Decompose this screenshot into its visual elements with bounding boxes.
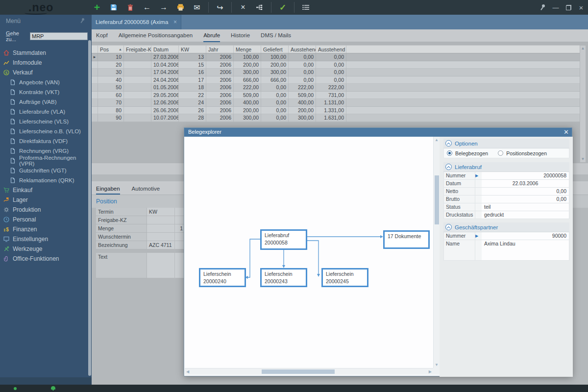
- field-value-2[interactable]: [175, 233, 184, 241]
- column-header-pos[interactable]: Pos▲: [98, 46, 124, 53]
- scroll-down-icon[interactable]: ▼: [581, 156, 585, 162]
- pin-icon[interactable]: [80, 18, 86, 24]
- sidebar-item-gutschriften-vgt[interactable]: Gutschriften (VGT): [0, 166, 92, 175]
- tab-dms-mails[interactable]: DMS / Mails: [261, 29, 291, 42]
- scroll-down-icon[interactable]: ▼: [434, 363, 440, 367]
- collapse-chevron-icon[interactable]: [445, 164, 452, 170]
- column-header-kw[interactable]: KW: [179, 46, 206, 53]
- cancel-icon[interactable]: ×: [236, 1, 250, 14]
- sidebar-item-reklamationen-qrk[interactable]: Reklamationen (QRK): [0, 175, 92, 185]
- scroll-up-icon[interactable]: ▲: [581, 46, 585, 51]
- field-value[interactable]: [147, 233, 175, 241]
- tab-eingaben[interactable]: Eingaben: [96, 186, 120, 195]
- document-tab[interactable]: Lieferabruf 20000058 (Axima L... ×: [92, 15, 181, 29]
- back-icon[interactable]: ←: [140, 1, 154, 14]
- panel-row-value[interactable]: 0,00: [482, 188, 569, 196]
- sidebar-item-lieferabrufe-vla[interactable]: Lieferabrufe (VLA): [0, 107, 92, 117]
- section-header-gesch-ftspartner[interactable]: Geschäftspartner: [443, 222, 569, 232]
- scroll-up-icon[interactable]: ▲: [434, 138, 440, 142]
- dialog-close-icon[interactable]: ✕: [564, 128, 569, 136]
- table-row[interactable]: 2010.04.2006152006200,00200,000,000,00: [92, 61, 580, 69]
- node-lieferschein-20000240[interactable]: Lieferschein 20000240: [199, 268, 246, 287]
- sidebar-item-auftr-ge-vab[interactable]: Aufträge (VAB): [0, 97, 92, 107]
- field-value[interactable]: [147, 224, 175, 233]
- sidebar-item-lieferscheine-vls[interactable]: Lieferscheine (VLS): [0, 117, 92, 126]
- new-icon[interactable]: +: [90, 1, 104, 14]
- sidebar-item-personal[interactable]: Personal: [0, 215, 92, 224]
- table-scrollbar[interactable]: ▲ ▼: [580, 45, 586, 163]
- close-icon[interactable]: ×: [577, 3, 585, 11]
- section-header-lieferabruf[interactable]: Lieferabruf: [443, 162, 569, 172]
- sidebar-item-lager[interactable]: Lager: [0, 195, 92, 205]
- notification-bell-icon[interactable]: [51, 386, 55, 390]
- dialog-titlebar[interactable]: Belegexplorer ✕: [184, 128, 572, 137]
- mail-icon[interactable]: ✉: [190, 1, 204, 14]
- column-header-ausstehend-kum[interactable]: Ausstehend Kum.: [316, 46, 346, 53]
- column-header-geliefert[interactable]: Geliefert: [261, 46, 289, 53]
- sidebar-item-finanzen[interactable]: $Finanzen: [0, 224, 92, 234]
- panel-row-value[interactable]: gedruckt: [482, 211, 569, 219]
- panel-row-value[interactable]: 90000: [482, 232, 569, 240]
- panel-row-value[interactable]: 20000058: [482, 172, 569, 180]
- document-explorer-icon[interactable]: [252, 1, 267, 14]
- panel-row-value[interactable]: teil: [482, 203, 569, 211]
- diagram-horizontal-scrollbar[interactable]: ◀ ▶: [185, 368, 433, 375]
- options-section-header[interactable]: Optionen: [443, 139, 569, 148]
- table-row[interactable]: 8026.06.2006262006200,000,00200,001.331,…: [92, 107, 580, 115]
- sidebar-item-kontrakte-vkt[interactable]: Kontrakte (VKT): [0, 87, 92, 97]
- node-lieferschein-20000245[interactable]: Lieferschein 20000245: [321, 268, 368, 287]
- sidebar-item-direktfaktura-vdf[interactable]: Direktfaktura (VDF): [0, 136, 92, 146]
- sidebar-item-angebote-van[interactable]: Angebote (VAN): [0, 77, 92, 87]
- sidebar-item-lieferscheine-o-b-vlo[interactable]: Lieferscheine o.B. (VLO): [0, 126, 92, 136]
- sidebar-item-proforma-rechnungen-vpr[interactable]: Proforma-Rechnungen (VPR): [0, 156, 92, 166]
- table-row[interactable]: 6029.05.2006222006509,000,00509,00731,00: [92, 92, 580, 99]
- save-icon[interactable]: [106, 1, 121, 14]
- tab-abrufe[interactable]: Abrufe: [203, 29, 220, 42]
- forward-document-icon[interactable]: ↪: [213, 1, 227, 14]
- document-tab-close-icon[interactable]: ×: [173, 19, 177, 25]
- column-header-freigabe-kz[interactable]: Freigabe-KZ: [124, 46, 151, 53]
- panel-row-value[interactable]: 0,00: [482, 196, 569, 203]
- sidebar-item-einstellungen[interactable]: Einstellungen: [0, 234, 92, 244]
- panel-row-value[interactable]: 22.03.2006: [482, 180, 569, 188]
- node-dokumente[interactable]: 17 Dokumente: [383, 230, 430, 249]
- scrollbar-thumb[interactable]: [435, 175, 439, 224]
- column-header-menge[interactable]: Menge: [234, 46, 261, 53]
- confirm-icon[interactable]: ✓: [275, 1, 290, 14]
- sidebar-scrollbar[interactable]: [88, 40, 91, 376]
- sidebar-item-einkauf[interactable]: Einkauf: [0, 185, 92, 195]
- tab-kopf[interactable]: Kopf: [96, 29, 108, 42]
- field-value[interactable]: AZC 4711: [147, 241, 175, 249]
- field-value-2[interactable]: [175, 216, 184, 224]
- pin-icon[interactable]: [539, 3, 547, 11]
- diagram-vertical-scrollbar[interactable]: ▲ ▼: [433, 137, 440, 368]
- column-header-jahr[interactable]: Jahr: [206, 46, 234, 53]
- minimize-icon[interactable]: —: [552, 3, 560, 11]
- tab-historie[interactable]: Historie: [231, 29, 250, 42]
- print-icon[interactable]: [173, 1, 188, 14]
- node-lieferschein-20000243[interactable]: Lieferschein 20000243: [260, 268, 307, 287]
- goto-input[interactable]: [30, 32, 88, 40]
- table-row[interactable]: ▸1027.03.2006132006100,00100,000,000,00: [92, 53, 580, 61]
- sidebar-item-verkauf[interactable]: $Verkauf: [0, 68, 92, 77]
- sidebar-item-werkzeuge[interactable]: Werkzeuge: [0, 244, 92, 254]
- panel-row-value[interactable]: Axima Lindau: [482, 240, 569, 261]
- sidebar-item-infomodule[interactable]: Infomodule: [0, 58, 92, 68]
- scroll-right-icon[interactable]: ▶: [429, 369, 432, 374]
- delete-icon[interactable]: [123, 1, 138, 14]
- sidebar-item-office-funktionen[interactable]: Office-Funktionen: [0, 254, 92, 264]
- table-row[interactable]: 5001.05.2006182006222,000,00222,00222,00: [92, 84, 580, 92]
- list-icon[interactable]: [298, 1, 313, 14]
- collapse-chevron-icon[interactable]: [445, 224, 452, 230]
- field-value[interactable]: KW: [147, 208, 175, 216]
- collapse-chevron-icon[interactable]: [445, 140, 452, 147]
- field-value-2[interactable]: [175, 253, 184, 278]
- node-lieferabruf[interactable]: Lieferabruf 20000058: [260, 229, 307, 250]
- column-header-datum[interactable]: Datum: [151, 46, 179, 53]
- sidebar-item-stammdaten[interactable]: Stammdaten: [0, 48, 92, 58]
- sidebar-item-rechnungen-vrg[interactable]: Rechnungen (VRG): [0, 146, 92, 156]
- radio-belegbezogen[interactable]: [447, 150, 452, 156]
- sidebar-item-produktion[interactable]: Produktion: [0, 205, 92, 215]
- scroll-left-icon[interactable]: ◀: [186, 369, 189, 374]
- table-row[interactable]: 7012.06.2006242006400,000,00400,001.131,…: [92, 99, 580, 107]
